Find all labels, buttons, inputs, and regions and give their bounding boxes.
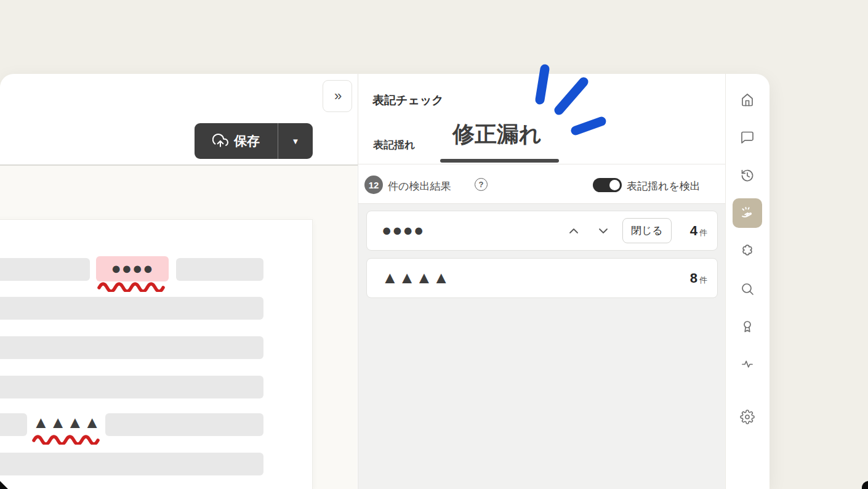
results-list-area: ●●●● 閉じる 4 件 ▲▲▲ <box>358 204 725 489</box>
text-placeholder-bar <box>0 413 27 436</box>
emphasis-doodle <box>528 57 617 139</box>
red-wavy-underline <box>31 432 100 445</box>
flagged-text-triangles[interactable]: ▲▲▲▲ <box>33 411 98 434</box>
activity-pulse-icon <box>740 357 755 371</box>
occurrence-count: 8 件 <box>690 270 707 286</box>
result-card-circles[interactable]: ●●●● 閉じる 4 件 <box>366 211 718 251</box>
text-placeholder-bar <box>0 297 263 320</box>
collapse-panel-button[interactable]: » <box>323 80 352 112</box>
chevron-down-icon <box>596 224 611 238</box>
sidebar-item-home[interactable] <box>740 92 755 107</box>
double-chevron-right-icon: » <box>334 88 340 104</box>
save-button-label: 保存 <box>234 132 260 150</box>
result-count-label: 件の検出結果 <box>388 179 451 193</box>
text-placeholder-bar <box>0 336 263 359</box>
red-wavy-underline <box>97 280 166 292</box>
count-number: 8 <box>690 270 697 286</box>
text-placeholder-bar <box>176 258 263 281</box>
sidebar-item-activity[interactable] <box>740 357 755 371</box>
detect-yure-toggle[interactable] <box>593 178 622 192</box>
sidebar-item-comments[interactable] <box>740 130 755 145</box>
dropdown-triangle-icon: ▼ <box>292 137 300 146</box>
detect-yure-toggle-label: 表記揺れを検出 <box>627 179 701 193</box>
sidebar-item-history[interactable] <box>740 168 755 183</box>
next-occurrence-button[interactable] <box>595 223 611 239</box>
close-button[interactable]: 閉じる <box>622 218 672 243</box>
save-dropdown-button[interactable]: ▼ <box>278 123 313 159</box>
text-placeholder-bar <box>0 376 263 398</box>
card-token-circles: ●●●● <box>382 222 424 239</box>
home-icon <box>740 92 755 107</box>
text-placeholder-bar <box>105 413 263 436</box>
history-icon <box>740 168 755 183</box>
tab-hyoki-yure[interactable]: 表記揺れ <box>373 138 415 152</box>
save-split-button[interactable]: 保存 ▼ <box>195 123 313 159</box>
redacted-circles-text: ●●●● <box>111 261 153 277</box>
card-token-triangles: ▲▲▲▲ <box>382 270 450 286</box>
flagged-text-highlight[interactable]: ●●●● <box>96 256 169 281</box>
question-mark: ? <box>479 180 484 189</box>
corner-doodle <box>862 481 868 489</box>
screen: » 保存 ▼ ●●●● <box>0 0 868 489</box>
sidebar-item-settings[interactable] <box>740 410 755 424</box>
proofread-hand-sparkle-icon <box>739 205 755 221</box>
check-panel-title: 表記チェック <box>372 92 444 108</box>
panel-header-divider <box>358 164 725 164</box>
sidebar-item-search[interactable] <box>740 281 755 296</box>
gear-icon <box>740 410 755 424</box>
document-page[interactable]: ●●●● ▲▲▲▲ <box>0 219 313 489</box>
result-count-badge: 12 <box>364 176 383 194</box>
result-card-triangles[interactable]: ▲▲▲▲ 8 件 <box>366 258 718 298</box>
save-button[interactable]: 保存 <box>195 123 278 159</box>
sidebar-item-proofread-active[interactable] <box>733 198 762 228</box>
count-unit: 件 <box>699 227 707 238</box>
award-icon <box>740 319 755 334</box>
comment-icon <box>740 130 755 145</box>
toggle-knob <box>609 180 620 190</box>
help-question-icon[interactable]: ? <box>475 178 488 191</box>
app-window: » 保存 ▼ ●●●● <box>0 74 770 489</box>
chevron-up-icon <box>566 224 581 238</box>
cloud-upload-icon <box>212 133 228 149</box>
clover-icon <box>740 243 755 258</box>
text-placeholder-bar <box>0 453 263 475</box>
occurrence-count: 4 件 <box>690 223 707 239</box>
count-unit: 件 <box>699 275 707 286</box>
search-icon <box>740 281 755 296</box>
count-number: 4 <box>690 223 697 239</box>
sidebar-divider <box>725 74 726 489</box>
editor-content-area: ●●●● ▲▲▲▲ <box>0 166 357 489</box>
active-tab-underline <box>440 159 559 163</box>
sidebar-item-achievements[interactable] <box>740 319 755 334</box>
redacted-triangles-text: ▲▲▲▲ <box>33 414 101 431</box>
sidebar-item-integrations[interactable] <box>740 243 755 258</box>
text-placeholder-bar <box>0 258 90 281</box>
prev-occurrence-button[interactable] <box>566 223 582 239</box>
